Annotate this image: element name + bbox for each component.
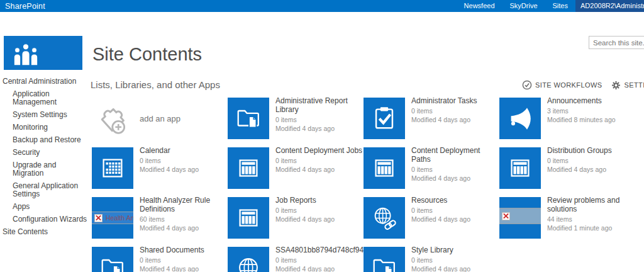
- tile-modified: Modified 4 days ago: [411, 264, 499, 272]
- site-logo[interactable]: [4, 36, 82, 70]
- tile-modified: Modified 4 days ago: [275, 165, 364, 174]
- tile-title: Distribution Groups: [547, 147, 635, 155]
- tile-items: 0 items: [140, 256, 228, 264]
- app-tile-resources[interactable]: Resources 0 items Modified 4 days ago: [364, 197, 499, 239]
- app-tile-content-deployment-paths[interactable]: Content Deployment Paths 0 items Modifie…: [364, 147, 499, 189]
- folder-document-icon: [234, 104, 263, 133]
- tile-modified: Modified 4 days ago: [140, 224, 228, 232]
- tile-modified: Modified 4 days ago: [411, 115, 499, 124]
- user-account-menu[interactable]: AD2008R2\Administrato: [575, 0, 644, 12]
- tile-title: Announcements: [547, 98, 635, 105]
- tile-modified: Modified 4 days ago: [275, 264, 364, 272]
- table-icon: [370, 154, 399, 183]
- sidebar-item-backup-and-restore[interactable]: Backup and Restore: [13, 136, 89, 144]
- settings-label: SETTINGS: [624, 81, 644, 89]
- tile-title: Shared Documents: [140, 247, 228, 254]
- app-tile-administrative-report-library[interactable]: Administrative Report Library 0 items Mo…: [228, 98, 364, 139]
- sidebar-item-system-settings[interactable]: System Settings: [13, 111, 89, 119]
- tile-title: Style Library: [411, 247, 499, 254]
- app-tile-health-analyzer-rule-definitions[interactable]: Health Analyz Health Analyzer Rule Defin…: [92, 197, 228, 239]
- sidebar-item-central-administration[interactable]: Central Administration: [3, 77, 91, 86]
- globe-link-icon: [370, 203, 399, 232]
- site-workflows-label: SITE WORKFLOWS: [535, 81, 602, 89]
- tile-title: Calendar: [140, 147, 228, 155]
- broken-image-icon: [499, 208, 541, 224]
- app-tile-shared-documents[interactable]: Shared Documents 0 items Modified 4 days…: [92, 247, 228, 272]
- tile-modified: Modified 4 days ago: [140, 264, 228, 272]
- sidebar-item-configuration-wizards[interactable]: Configuration Wizards: [13, 215, 89, 224]
- suite-link-sites[interactable]: Sites: [545, 0, 575, 12]
- folder-document-icon: [98, 253, 127, 272]
- suite-link-newsfeed[interactable]: Newsfeed: [457, 0, 502, 12]
- clipboard-check-icon: [370, 104, 399, 133]
- tile-title: Content Deployment Paths: [411, 147, 499, 164]
- app-tile-review-problems-and-solutions[interactable]: Review problems and solutions 44 items M…: [499, 197, 635, 239]
- settings-button[interactable]: SETTINGS: [611, 81, 644, 90]
- suite-link-skydrive[interactable]: SkyDrive: [502, 0, 545, 12]
- tile-items: 0 items: [275, 156, 364, 165]
- app-tile-administrator-tasks[interactable]: Administrator Tasks 0 items Modified 4 d…: [364, 98, 499, 139]
- sidebar-item-application-management[interactable]: Application Management: [13, 90, 89, 106]
- table-icon: [234, 154, 263, 183]
- app-tile-calendar[interactable]: Calendar 0 items Modified 4 days ago: [92, 147, 228, 189]
- tile-items: 0 items: [547, 156, 635, 165]
- contents-toolbar: SITE WORKFLOWS SETTINGS: [522, 80, 644, 90]
- tile-title: Review problems and solutions: [547, 197, 635, 213]
- sidebar-item-monitoring[interactable]: Monitoring: [13, 123, 89, 132]
- broken-image-alt-text: Health Analyz: [106, 214, 133, 222]
- tile-title: Content Deployment Jobs: [275, 147, 364, 155]
- sidebar-item-upgrade-and-migration[interactable]: Upgrade and Migration: [13, 161, 89, 178]
- app-tile-ssa-service-application[interactable]: SSA4801bb8794d748cf9484 0 items Modified…: [228, 247, 364, 272]
- tile-title: Job Reports: [275, 197, 364, 205]
- tile-title: Resources: [411, 197, 499, 205]
- folder-document-icon: [370, 253, 399, 272]
- sidebar-item-apps[interactable]: Apps: [13, 203, 89, 211]
- add-an-app-tile[interactable]: add an app: [92, 98, 228, 139]
- puzzle-add-icon: [94, 99, 131, 137]
- tile-items: 0 items: [411, 206, 499, 215]
- apps-grid: add an app Administrative Report Library…: [92, 98, 644, 272]
- sharepoint-site-contents-page: SharePoint Newsfeed SkyDrive Sites AD200…: [0, 0, 644, 272]
- tile-modified: Modified 1 minute ago: [547, 224, 635, 232]
- app-tile-job-reports[interactable]: Job Reports 0 items Modified 4 days ago: [228, 197, 364, 239]
- megaphone-icon: [506, 104, 535, 133]
- suite-links: Newsfeed SkyDrive Sites: [457, 0, 575, 12]
- table-icon: [234, 203, 263, 232]
- broken-image-x-icon: [94, 214, 103, 222]
- app-tile-distribution-groups[interactable]: Distribution Groups 0 items Modified 4 d…: [499, 147, 635, 189]
- add-an-app-label: add an app: [140, 114, 180, 123]
- tile-modified: Modified 4 days ago: [411, 215, 499, 224]
- tile-title: SSA4801bb8794d748cf9484: [275, 247, 364, 254]
- tile-items: 0 items: [275, 206, 364, 215]
- table-icon: [506, 154, 535, 183]
- tile-modified: Modified 4 days ago: [275, 124, 364, 133]
- tile-title: Administrator Tasks: [411, 98, 499, 105]
- check-circle-icon: [522, 80, 532, 90]
- app-tile-announcements[interactable]: Announcements 3 items Modified 8 minutes…: [499, 98, 635, 139]
- app-tile-content-deployment-jobs[interactable]: Content Deployment Jobs 0 items Modified…: [228, 147, 364, 189]
- tile-modified: Modified 4 days ago: [140, 165, 228, 174]
- sharepoint-brand[interactable]: SharePoint: [0, 2, 45, 11]
- broken-image-x-icon: [502, 212, 510, 220]
- sidebar-item-site-contents[interactable]: Site Contents: [3, 228, 91, 236]
- sidebar-item-general-application-settings[interactable]: General Application Settings: [13, 182, 89, 198]
- tile-modified: Modified 4 days ago: [547, 165, 635, 174]
- site-workflows-button[interactable]: SITE WORKFLOWS: [522, 80, 602, 90]
- globe-icon: [234, 253, 263, 272]
- gear-icon: [611, 81, 621, 90]
- sidebar-nav: Central Administration Application Manag…: [3, 77, 91, 241]
- tile-items: 44 items: [547, 215, 635, 224]
- tile-items: 0 items: [411, 106, 499, 115]
- tile-items: 0 items: [411, 256, 499, 264]
- tile-items: 0 items: [275, 256, 364, 264]
- search-input[interactable]: [589, 36, 644, 49]
- tile-title: Administrative Report Library: [275, 98, 364, 114]
- sidebar-item-security[interactable]: Security: [13, 149, 89, 157]
- app-tile-style-library[interactable]: Style Library 0 items Modified 4 days ag…: [364, 247, 499, 272]
- tile-modified: Modified 8 minutes ago: [547, 115, 635, 124]
- broken-image-icon: Health Analyz: [92, 212, 133, 224]
- tile-items: 3 items: [547, 106, 635, 115]
- tile-items: 0 items: [275, 115, 364, 124]
- tile-title: Health Analyzer Rule Definitions: [140, 197, 228, 213]
- tile-modified: Modified 4 days ago: [275, 215, 364, 224]
